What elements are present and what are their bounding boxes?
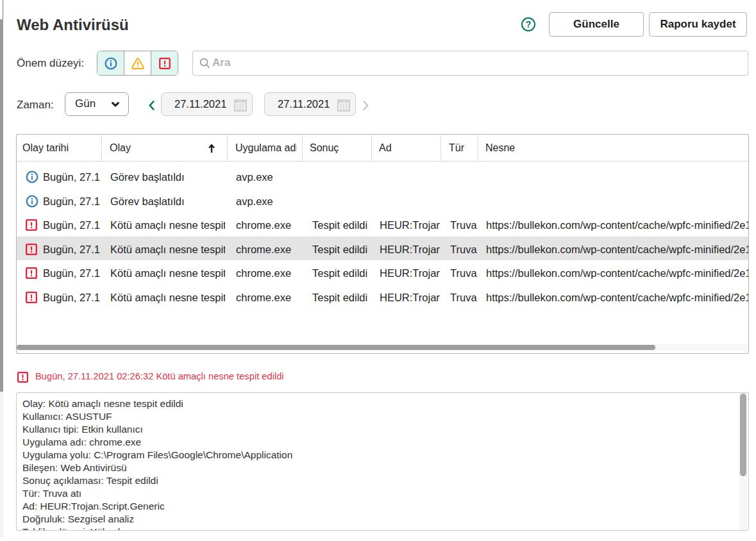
svg-text:?: ? [526,19,532,29]
